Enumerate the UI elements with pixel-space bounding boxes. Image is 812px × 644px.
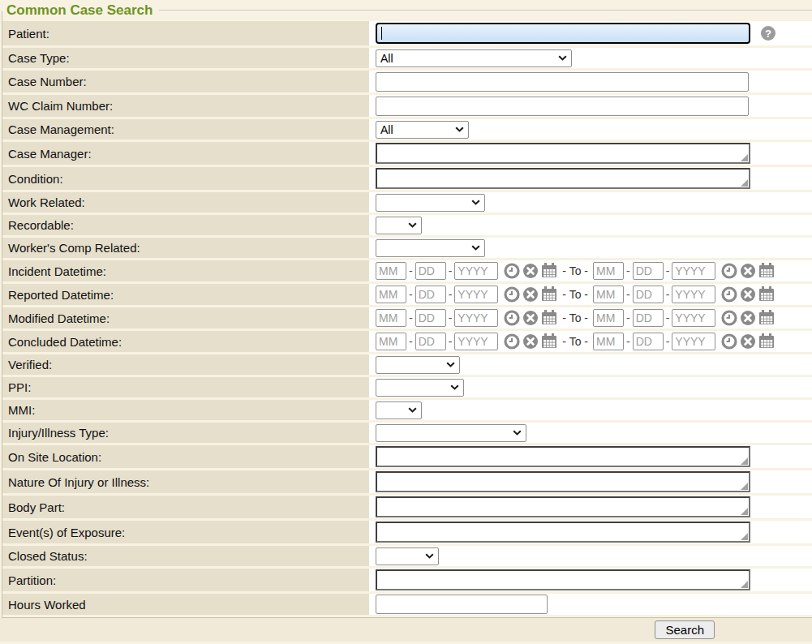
hours-worked-input[interactable] xyxy=(376,595,548,614)
calendar-icon[interactable] xyxy=(541,286,557,303)
month-input[interactable] xyxy=(593,286,624,303)
time-picker-icon[interactable] xyxy=(721,286,737,303)
clear-date-icon[interactable] xyxy=(740,286,756,303)
resize-grip[interactable] xyxy=(741,154,748,161)
clear-date-icon[interactable] xyxy=(740,333,756,350)
clear-date-icon[interactable] xyxy=(522,263,539,279)
partition-textarea[interactable] xyxy=(376,569,750,590)
case-number-input[interactable] xyxy=(376,72,749,92)
case-management-select[interactable]: All xyxy=(376,121,469,139)
time-picker-icon[interactable] xyxy=(504,263,520,279)
date-separator: - xyxy=(666,335,670,348)
form-row-case-type: Case Type: All xyxy=(2,48,812,68)
time-picker-icon[interactable] xyxy=(504,310,520,326)
calendar-icon[interactable] xyxy=(541,333,557,350)
to-label: - To - xyxy=(562,264,588,277)
calendar-icon[interactable] xyxy=(758,263,775,279)
events-of-exposure-textarea[interactable] xyxy=(376,522,750,543)
year-input[interactable] xyxy=(454,333,498,350)
select-value: All xyxy=(380,123,393,136)
day-input[interactable] xyxy=(633,309,664,327)
day-input[interactable] xyxy=(415,309,446,327)
time-picker-icon[interactable] xyxy=(504,286,520,303)
clear-date-icon[interactable] xyxy=(740,263,756,279)
field-label: Body Part: xyxy=(2,496,369,518)
time-picker-icon[interactable] xyxy=(721,333,737,350)
wc-claim-number-input[interactable] xyxy=(376,97,749,116)
calendar-icon[interactable] xyxy=(541,310,557,326)
year-input[interactable] xyxy=(672,262,715,280)
on-site-location-textarea[interactable] xyxy=(376,446,750,467)
injury-illness-type-select[interactable] xyxy=(376,424,526,442)
year-input[interactable] xyxy=(454,262,498,280)
search-button[interactable]: Search xyxy=(655,620,715,639)
month-input[interactable] xyxy=(593,333,624,350)
verified-select[interactable] xyxy=(376,356,460,374)
mmi-select[interactable] xyxy=(376,401,422,419)
month-input[interactable] xyxy=(376,309,406,327)
case-type-select[interactable]: All xyxy=(376,49,572,67)
resize-grip[interactable] xyxy=(741,508,748,515)
day-input[interactable] xyxy=(415,262,446,280)
month-input[interactable] xyxy=(593,262,624,280)
help-icon[interactable]: ? xyxy=(761,26,775,41)
time-picker-icon[interactable] xyxy=(504,333,520,350)
day-input[interactable] xyxy=(633,333,664,350)
nature-of-injury-textarea[interactable] xyxy=(376,471,750,492)
patient-input[interactable] xyxy=(376,23,750,44)
case-manager-textarea[interactable] xyxy=(376,143,750,164)
workers-comp-related-select[interactable] xyxy=(376,239,485,257)
closed-status-select[interactable] xyxy=(376,547,439,565)
chevron-down-icon xyxy=(408,222,417,228)
day-input[interactable] xyxy=(633,262,664,280)
calendar-icon[interactable] xyxy=(758,310,775,326)
field-label: Case Type: xyxy=(2,48,369,68)
month-input[interactable] xyxy=(376,333,406,350)
field-label: Case Number: xyxy=(2,71,369,92)
month-input[interactable] xyxy=(376,262,406,280)
field-label: Incident Datetime: xyxy=(2,260,369,281)
field-label: Condition: xyxy=(2,167,369,190)
clear-date-icon[interactable] xyxy=(522,310,539,326)
date-separator: - xyxy=(626,288,630,301)
date-separator: - xyxy=(409,335,413,348)
day-input[interactable] xyxy=(415,286,446,303)
clear-date-icon[interactable] xyxy=(522,333,539,350)
form-row-case-management: Case Management: All xyxy=(2,119,812,140)
year-input[interactable] xyxy=(672,333,715,350)
year-input[interactable] xyxy=(454,309,498,327)
condition-textarea[interactable] xyxy=(376,168,750,189)
month-input[interactable] xyxy=(376,286,406,303)
resize-grip[interactable] xyxy=(741,533,748,540)
time-picker-icon[interactable] xyxy=(721,263,737,279)
resize-grip[interactable] xyxy=(741,581,748,588)
calendar-icon[interactable] xyxy=(541,263,557,279)
resize-grip[interactable] xyxy=(741,483,748,490)
select-value: All xyxy=(380,52,393,65)
recordable-select[interactable] xyxy=(376,217,422,234)
year-input[interactable] xyxy=(454,286,498,303)
time-picker-icon[interactable] xyxy=(721,310,737,326)
month-input[interactable] xyxy=(593,309,624,327)
form-row-recordable: Recordable: xyxy=(2,215,812,235)
ppi-select[interactable] xyxy=(376,379,464,397)
to-label: - To - xyxy=(562,311,588,324)
resize-grip[interactable] xyxy=(741,179,748,187)
day-input[interactable] xyxy=(633,286,664,303)
form-row-incident-datetime: Incident Datetime: - - - To - - - xyxy=(2,260,812,281)
body-part-textarea[interactable] xyxy=(376,496,750,517)
clear-date-icon[interactable] xyxy=(740,310,756,326)
day-input[interactable] xyxy=(415,333,446,350)
calendar-icon[interactable] xyxy=(758,333,775,350)
fieldset-left-border xyxy=(2,11,2,617)
field-label: Closed Status: xyxy=(2,546,369,566)
resize-grip[interactable] xyxy=(741,457,748,465)
calendar-icon[interactable] xyxy=(758,286,775,303)
chevron-down-icon xyxy=(446,362,455,367)
common-case-search-panel: Common Case Search Patient: ? Case Type:… xyxy=(0,0,812,644)
year-input[interactable] xyxy=(672,309,715,327)
clear-date-icon[interactable] xyxy=(522,286,539,303)
year-input[interactable] xyxy=(672,286,715,303)
form-rows: Patient: ? Case Type: All Case Number: xyxy=(2,21,812,615)
work-related-select[interactable] xyxy=(376,194,485,212)
